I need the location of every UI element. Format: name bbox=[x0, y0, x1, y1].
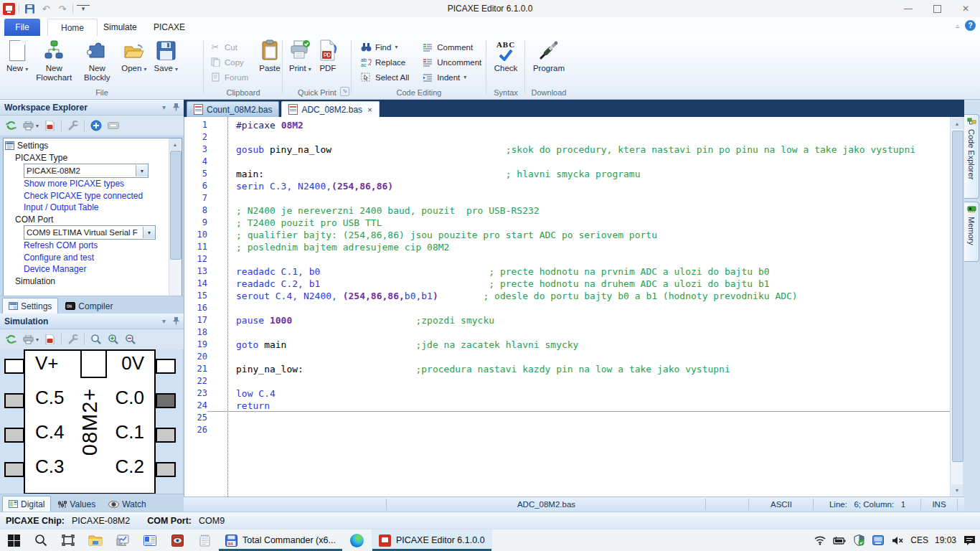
chip-pin-c0[interactable] bbox=[156, 393, 176, 408]
code-line-18[interactable]: 18 bbox=[184, 326, 950, 339]
tab-digital[interactable]: Digital bbox=[2, 496, 51, 512]
chip-pin-vplus[interactable] bbox=[4, 359, 24, 374]
refresh-icon[interactable] bbox=[5, 334, 17, 346]
code-line-16[interactable]: 16 bbox=[184, 302, 950, 314]
chip-pin-c4[interactable] bbox=[4, 428, 24, 443]
link-check-picaxe-type-connected[interactable]: Check PICAXE type connected bbox=[24, 191, 143, 201]
search-button[interactable] bbox=[27, 529, 55, 551]
code-line-20[interactable]: 20 bbox=[184, 351, 950, 363]
chevron-down-icon[interactable]: ▼ bbox=[143, 227, 155, 238]
link-show-more-picaxe-types[interactable]: Show more PICAXE types bbox=[24, 179, 124, 189]
code-line-2[interactable]: 2 bbox=[184, 131, 950, 143]
picaxe-type-select[interactable]: PICAXE-08M2 ▼ bbox=[24, 164, 149, 178]
paste-button[interactable]: Paste bbox=[255, 36, 283, 85]
code-line-11[interactable]: 11; poslednim bajtem adresujeme cip 08M2 bbox=[184, 241, 950, 253]
tree-item-com-port[interactable]: COM Port bbox=[5, 214, 168, 226]
print-icon[interactable] bbox=[22, 334, 34, 346]
pdf-button[interactable]: PDF bbox=[315, 36, 341, 85]
start-button[interactable] bbox=[0, 529, 27, 551]
code-line-9[interactable]: 9; T2400 pouzit pro USB TTL bbox=[184, 217, 950, 229]
refresh-icon[interactable] bbox=[5, 120, 17, 132]
tab-memory[interactable]: Memory bbox=[964, 202, 979, 262]
check-button[interactable]: ABC Check bbox=[486, 36, 525, 85]
chip-pin-c1[interactable] bbox=[156, 428, 176, 443]
program-button[interactable]: Program bbox=[525, 36, 573, 85]
collapse-ribbon-icon[interactable]: ▵ bbox=[956, 22, 959, 29]
code-line-23[interactable]: 23low C.4 bbox=[184, 387, 950, 400]
notification-center-icon[interactable] bbox=[963, 534, 976, 547]
tree-scrollbar[interactable]: ▲ ▼ bbox=[169, 138, 182, 314]
code-line-14[interactable]: 14readadc C.2, b1 ; precte hodnotu na dr… bbox=[184, 278, 950, 290]
code-line-22[interactable]: 22 bbox=[184, 375, 950, 387]
chevron-down-icon[interactable]: ▼ bbox=[136, 165, 148, 176]
chevron-down-icon[interactable]: ▾ bbox=[36, 336, 39, 343]
scroll-up-icon[interactable]: ▲ bbox=[951, 118, 963, 129]
com-port-select[interactable]: COM9 ELTIMA Virtual Serial F ▼ bbox=[24, 225, 156, 240]
tray-clock[interactable]: 19:03 bbox=[935, 535, 956, 545]
comment-button[interactable]: Comment bbox=[419, 39, 484, 55]
tab-compiler[interactable]: ON Compiler bbox=[60, 298, 118, 314]
tab-watch[interactable]: Watch bbox=[103, 496, 152, 512]
tab-values[interactable]: Values bbox=[52, 496, 101, 512]
code-line-19[interactable]: 19goto main ;jde na zacatek hlavni smyck… bbox=[184, 339, 950, 351]
panel-menu-icon[interactable]: ▾ bbox=[162, 103, 166, 111]
doc-tab-adc[interactable]: ADC_08M2.bas × bbox=[281, 101, 379, 117]
zoom-out-icon[interactable] bbox=[124, 334, 136, 346]
tree-item-simulation[interactable]: Simulation bbox=[5, 276, 168, 288]
viewer-app-button[interactable] bbox=[164, 529, 191, 551]
link-input-output-table[interactable]: Input / Output Table bbox=[24, 202, 99, 212]
forum-button[interactable]: Forum bbox=[207, 70, 251, 85]
edge-browser-button[interactable] bbox=[343, 529, 372, 551]
code-line-13[interactable]: 13readadc C.1, b0 ; precte hodnotu na pr… bbox=[184, 265, 950, 278]
remote-app-icon[interactable] bbox=[872, 534, 885, 547]
chip-pin-c3[interactable] bbox=[4, 462, 24, 477]
file-explorer-button[interactable] bbox=[82, 529, 109, 551]
tray-language[interactable]: CES bbox=[910, 535, 928, 545]
tab-picaxe[interactable]: PICAXE bbox=[141, 19, 198, 36]
indent-button[interactable]: Indent ▾ bbox=[419, 70, 484, 85]
zoom-icon[interactable] bbox=[90, 334, 102, 346]
pdf-small-icon[interactable] bbox=[44, 120, 56, 132]
chip-pin-c2[interactable] bbox=[156, 462, 176, 477]
code-line-8[interactable]: 8; N2400 je nereverzni 2400 baud, pouzit… bbox=[184, 204, 950, 217]
link-refresh-com-ports[interactable]: Refresh COM ports bbox=[24, 240, 98, 250]
tab-file[interactable]: File bbox=[4, 19, 40, 36]
new-blockly-button[interactable]: New Blockly bbox=[76, 36, 118, 85]
print-button[interactable]: Print ▾ bbox=[286, 36, 315, 85]
monitor-app-button[interactable] bbox=[109, 529, 136, 551]
expand-all-icon[interactable] bbox=[90, 120, 102, 132]
panel-menu-icon[interactable]: ▾ bbox=[162, 317, 166, 325]
chevron-down-icon[interactable]: ▾ bbox=[36, 123, 39, 129]
tab-settings[interactable]: Settings bbox=[2, 298, 58, 314]
code-line-24[interactable]: 24return bbox=[184, 400, 950, 412]
code-line-4[interactable]: 4 bbox=[184, 156, 950, 168]
print-icon[interactable] bbox=[22, 120, 34, 132]
editor-scrollbar[interactable]: ▲ ▼ bbox=[950, 117, 963, 496]
pin-icon[interactable] bbox=[173, 103, 179, 111]
news-app-button[interactable] bbox=[136, 529, 164, 551]
collapse-all-icon[interactable] bbox=[107, 120, 119, 132]
chip-pin-0v[interactable] bbox=[156, 359, 176, 374]
pin-icon[interactable] bbox=[173, 317, 179, 325]
link-device-manager[interactable]: Device Manager bbox=[24, 264, 86, 274]
code-line-6[interactable]: 6serin C.3, N2400,(254,86,86) bbox=[184, 180, 950, 192]
security-shield-icon[interactable] bbox=[852, 534, 865, 547]
taskbar-button-total-commander[interactable]: 64 Total Commander (x6... bbox=[218, 529, 343, 551]
code-line-1[interactable]: 1#picaxe 08M2 bbox=[184, 119, 950, 131]
code-line-3[interactable]: 3gosub piny_na_low ;skok do procedury, k… bbox=[184, 143, 950, 156]
scroll-up-icon[interactable]: ▲ bbox=[169, 138, 181, 150]
new-flowchart-button[interactable]: New Flowchart bbox=[32, 36, 76, 85]
task-view-button[interactable] bbox=[55, 529, 82, 551]
code-editor[interactable]: 1#picaxe 08M223gosub piny_na_low ;skok d… bbox=[184, 117, 950, 496]
open-button[interactable]: Open ▾ bbox=[118, 36, 150, 85]
code-line-17[interactable]: 17pause 1000 ;zpozdi smycku bbox=[184, 314, 950, 326]
new-button[interactable]: New ▾ bbox=[3, 36, 32, 85]
taskbar-button-picaxe[interactable]: PICAXE Editor 6.1.0.0 bbox=[372, 529, 492, 551]
chip-pin-c5[interactable] bbox=[4, 393, 24, 408]
select-all-button[interactable]: Select All bbox=[357, 70, 412, 85]
close-tab-icon[interactable]: × bbox=[367, 105, 372, 114]
wrench-icon[interactable] bbox=[67, 120, 79, 132]
close-button[interactable]: ✕ bbox=[951, 0, 980, 17]
volume-muted-icon[interactable] bbox=[891, 534, 904, 547]
zoom-in-icon[interactable] bbox=[107, 334, 119, 346]
